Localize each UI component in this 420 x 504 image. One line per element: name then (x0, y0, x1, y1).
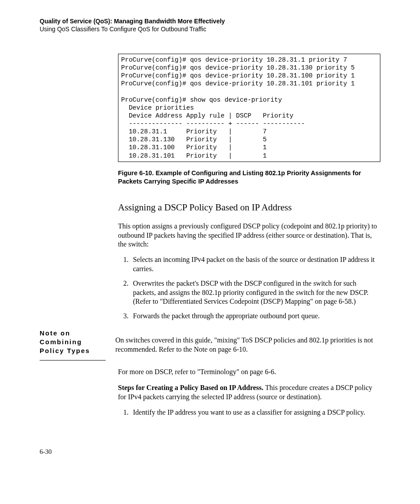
list2-item-1: Identify the IP address you want to use … (130, 408, 380, 417)
note-label-wrap: Note on Combining Policy Types (40, 329, 115, 361)
note-body-col: On switches covered in this guide, "mixi… (115, 329, 380, 361)
list1-item-2: Overwrites the packet's DSCP with the DS… (130, 279, 380, 306)
more-dscp: For more on DSCP, refer to "Terminology"… (118, 368, 380, 377)
steps-bold: Steps for Creating a Policy Based on IP … (118, 384, 265, 391)
intro-paragraph: This option assigns a previously configu… (118, 222, 380, 249)
note-body: On switches covered in this guide, "mixi… (115, 336, 380, 354)
main-content: ProCurve(config)# qos device-priority 10… (118, 54, 380, 321)
terminal-output: ProCurve(config)# qos device-priority 10… (118, 54, 380, 162)
list1-item-3: Forwards the packet through the appropri… (130, 312, 380, 321)
header-subtitle: Using QoS Classifiers To Configure QoS f… (40, 26, 380, 33)
page: Quality of Service (QoS): Managing Bandw… (0, 0, 420, 482)
numbered-list-1: Selects an incoming IPv4 packet on the b… (118, 255, 380, 321)
page-header: Quality of Service (QoS): Managing Bandw… (40, 18, 380, 33)
header-title: Quality of Service (QoS): Managing Bandw… (40, 18, 380, 25)
numbered-list-2: Identify the IP address you want to use … (118, 408, 380, 417)
section-heading: Assigning a DSCP Policy Based on IP Addr… (118, 202, 380, 213)
note-label: Note on Combining Policy Types (40, 329, 106, 361)
content-continued: For more on DSCP, refer to "Terminology"… (118, 368, 380, 417)
page-number: 6-30 (40, 448, 380, 456)
list1-item-1: Selects an incoming IPv4 packet on the b… (130, 255, 380, 274)
steps-intro: Steps for Creating a Policy Based on IP … (118, 383, 380, 402)
figure-caption: Figure 6-10. Example of Configuring and … (118, 169, 380, 186)
note-row: Note on Combining Policy Types On switch… (40, 329, 380, 361)
